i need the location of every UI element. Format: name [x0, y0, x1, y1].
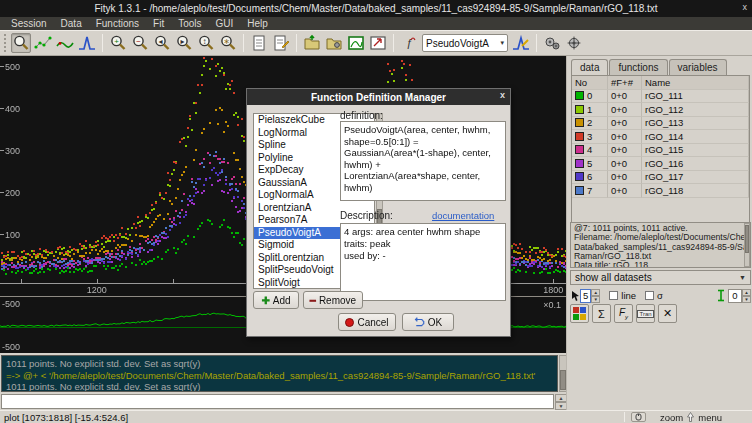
toolbar-separator — [102, 34, 103, 52]
line-checkbox[interactable] — [609, 291, 618, 300]
fit-run-icon[interactable] — [542, 33, 562, 53]
table-row[interactable]: 30+0rGO_114 — [572, 130, 749, 144]
data-range-mode-icon[interactable] — [33, 33, 53, 53]
zoom-in-icon[interactable]: + — [108, 33, 128, 53]
dataset-number: 4 — [587, 144, 592, 155]
documentation-link[interactable]: documentation — [432, 210, 494, 221]
edit-script-icon[interactable] — [249, 33, 269, 53]
function-type-select[interactable]: PseudoVoigtA▾ — [422, 34, 508, 52]
function-labels-button[interactable]: Fy — [614, 304, 633, 323]
save-image-icon[interactable] — [346, 33, 366, 53]
load-data-icon[interactable] — [302, 33, 322, 53]
status-zoom-label: zoom — [660, 412, 683, 423]
tab-functions[interactable]: functions — [609, 59, 667, 75]
table-row[interactable]: 50+0rGO_116 — [572, 157, 749, 171]
column-header[interactable]: No — [572, 76, 608, 90]
baseline-mode-icon[interactable] — [55, 33, 75, 53]
palette-icon — [573, 307, 586, 320]
table-row[interactable]: 00+0rGO_111 — [572, 90, 749, 104]
menu-fit[interactable]: Fit — [146, 18, 171, 29]
menu-data[interactable]: Data — [54, 18, 89, 29]
column-header[interactable]: Name — [642, 76, 749, 90]
info-scrollbar-thumb[interactable] — [745, 225, 749, 253]
dataset-color-swatch[interactable] — [575, 105, 584, 114]
svg-text:∗: ∗ — [223, 37, 230, 46]
toolbar-grip[interactable] — [4, 34, 7, 52]
cancel-button[interactable]: Cancel — [338, 313, 396, 331]
add-button[interactable]: ✚ Add — [253, 291, 299, 309]
command-input[interactable] — [1, 394, 554, 409]
output-log-icon[interactable] — [271, 33, 291, 53]
shift-spin-arrows[interactable]: ▲▼ — [742, 289, 751, 303]
point-size-spin-arrows[interactable]: ▲▼ — [591, 289, 600, 303]
console-line-info: 1011 points. No explicit std. dev. Set a… — [6, 358, 553, 370]
title-bar[interactable]: Fityk 1.3.1 - /home/aleplo/test/Document… — [0, 0, 752, 17]
tab-variables[interactable]: variables — [669, 59, 727, 75]
zoom-prev-icon[interactable]: ◂ — [152, 33, 172, 53]
info-scrollbar[interactable] — [744, 223, 750, 267]
table-row[interactable]: 40+0rGO_115 — [572, 144, 749, 158]
dialog-close-icon[interactable]: x — [500, 90, 505, 100]
add-function-icon[interactable] — [511, 33, 531, 53]
sum-toggle-button[interactable]: Σ — [592, 304, 611, 323]
menu-bar: SessionDataFunctionsFitToolsGUIHelp — [0, 17, 752, 30]
zoom-mode-icon[interactable] — [11, 33, 31, 53]
dataset-func-count: 0+0 — [608, 117, 642, 131]
menu-gui[interactable]: GUI — [209, 18, 241, 29]
ok-icon: ⮌ — [414, 316, 425, 328]
table-row[interactable]: 10+0rGO_112 — [572, 103, 749, 117]
table-row[interactable]: 60+0rGO_117 — [572, 171, 749, 185]
dataset-number: 7 — [587, 185, 592, 196]
dialog-title-bar[interactable]: Function Definition Manager x — [247, 89, 510, 105]
menu-help[interactable]: Help — [240, 18, 275, 29]
dataset-color-swatch[interactable] — [575, 172, 584, 181]
dataset-func-count: 0+0 — [608, 90, 642, 104]
remove-button-label: Remove — [319, 295, 356, 306]
dataset-filter-select[interactable]: show all datasets ▼ — [570, 270, 751, 285]
dataset-color-swatch[interactable] — [575, 159, 584, 168]
menu-session[interactable]: Session — [4, 18, 54, 29]
dataset-color-swatch[interactable] — [575, 118, 584, 127]
fit-settings-icon[interactable] — [564, 33, 584, 53]
column-header[interactable]: #F+# — [608, 76, 642, 90]
window-title: Fityk 1.3.1 - /home/aleplo/test/Document… — [94, 3, 657, 14]
zoom-vert-icon[interactable]: ↕ — [196, 33, 216, 53]
zoom-all-icon[interactable]: ∗ — [218, 33, 238, 53]
dataset-color-swatch[interactable] — [575, 91, 584, 100]
table-row[interactable]: 20+0rGO_113 — [572, 117, 749, 131]
remove-button[interactable]: ━ Remove — [303, 291, 363, 309]
definition-label: definition: — [340, 110, 383, 121]
console-line-info: 1011 points. No explicit std. dev. Set a… — [6, 381, 553, 392]
zoom-next-icon[interactable]: ▸ — [174, 33, 194, 53]
menu-functions[interactable]: Functions — [89, 18, 146, 29]
window-close-icon[interactable]: x — [743, 2, 748, 12]
cancel-button-label: Cancel — [357, 317, 388, 328]
color-palette-button[interactable] — [570, 304, 589, 323]
mouse-config-button[interactable] — [631, 412, 646, 422]
tab-data[interactable]: data — [571, 59, 608, 76]
close-panel-button[interactable]: ✕ — [658, 304, 677, 323]
shift-spinner[interactable]: 0 — [728, 289, 742, 303]
definition-textbox[interactable]: PseudoVoigtA(area, center, hwhm, shape=0… — [340, 121, 506, 201]
ok-button[interactable]: ⮌ OK — [402, 313, 454, 331]
toolbar-separator — [536, 34, 537, 52]
dataset-color-swatch[interactable] — [575, 186, 584, 195]
dataset-name: rGO_112 — [642, 103, 749, 117]
zoom-out-icon[interactable]: − — [130, 33, 150, 53]
save-session-icon[interactable] — [368, 33, 388, 53]
point-size-spinner[interactable]: 5 — [580, 289, 591, 303]
table-row[interactable]: 70+0rGO_118 — [572, 184, 749, 198]
dataset-func-count: 0+0 — [608, 130, 642, 144]
dataset-color-swatch[interactable] — [575, 145, 584, 154]
menu-tools[interactable]: Tools — [171, 18, 208, 29]
function-type-icon[interactable]: ƒ — [399, 33, 419, 53]
transform-data-button[interactable]: Tran — [636, 304, 655, 323]
transform-icon: Tran — [637, 310, 653, 318]
execute-script-icon[interactable] — [324, 33, 344, 53]
dataset-color-swatch[interactable] — [575, 132, 584, 141]
dataset-number: 2 — [587, 117, 592, 128]
add-peak-mode-icon[interactable] — [77, 33, 97, 53]
sigma-checkbox[interactable] — [645, 291, 654, 300]
function-type-value: PseudoVoigtA — [426, 38, 489, 49]
function-label-icon: Fy — [619, 307, 628, 320]
